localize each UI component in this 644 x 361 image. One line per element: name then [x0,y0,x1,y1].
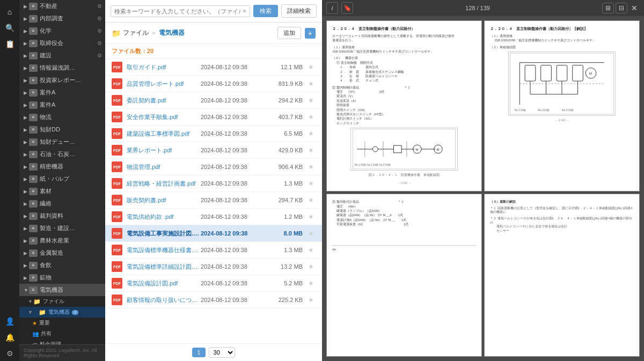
folder-icon: ≡ [29,249,38,257]
search-clear-btn[interactable]: × [243,8,246,15]
file-star[interactable]: ★ [306,246,316,254]
sidebar-item-inshoku[interactable]: ▶ ≡ 食飲 [19,259,105,271]
per-page-select[interactable]: 30 50 100 [209,347,235,358]
user-icon-btn[interactable]: 👤 [2,314,17,329]
sidebar-sub-tag[interactable]: 🏷 料金管理… [19,339,105,344]
arrow-icon: ▶ [24,238,29,244]
sidebar-item-norin[interactable]: ▶ ≡ 農林水産業 [19,234,105,247]
table-row[interactable]: PDF電気設備設計図.pdf2024-08-12 09:385.2 MB★ [105,275,322,292]
file-star[interactable]: ★ [306,279,316,287]
table-row[interactable]: PDF販売契約書.pdf2024-08-12 09:38294.7 KB★ [105,192,322,209]
sidebar-item-kinzoku[interactable]: ▶ ≡ 金属製造 [19,247,105,259]
page-1-button[interactable]: 1 [192,348,205,357]
sidebar-item-toushi[interactable]: ▶ ≡ 投資家レポー… [19,74,105,86]
sidebar-item-kobutsu[interactable]: ▶ ≡ 鉱物 [19,271,105,284]
svg-rect-20 [541,65,552,81]
table-row[interactable]: PDF品質管理レポート.pdf2024-08-12 09:38831.9 KB★ [105,76,322,92]
sidebar-item-saiban[interactable]: ▶ ≡ 裁判資料 [19,210,105,222]
sidebar-item-fudosan[interactable]: ▶ ≡ 不動産 ⚙ [19,0,105,12]
table-row[interactable]: PDF電気設備標準詳細設計図.pdf2024-08-12 09:3813.2 M… [105,259,322,275]
add-plus-button[interactable]: + [305,28,316,39]
table-row[interactable]: PDF建築設備工事標準図.pdf2024-08-12 09:386.5 MB★ [105,126,322,142]
sidebar-item-jouhou[interactable]: ▶ ≡ 情報漏洩調… [19,62,105,74]
file-star[interactable]: ★ [306,130,316,137]
table-row[interactable]: PDF電気供給約款 .pdf2024-08-12 09:381.2 MB★ [105,209,322,225]
sidebar-item-kensetsu[interactable]: ▶ ≡ 建設 ⚙ [19,49,105,62]
arrow-icon: ▶ [24,164,29,170]
pdf-close-btn[interactable]: ✕ [629,3,640,13]
table-row[interactable]: PDF安全作業手順集.pdf2024-08-12 09:38403.7 KB★ [105,109,322,126]
sidebar-item-label: 建設 [40,51,96,60]
sidebar-item-butsuryu[interactable]: ▶ ≡ 物流 [19,111,105,123]
sidebar-item-sekiyu[interactable]: ▶ ≡ 石油・石炭… [19,148,105,160]
gear-icon: ⚙ [97,16,102,21]
pdf-icon: PDF [112,112,122,122]
pdf-icon: PDF [112,178,122,189]
file-star[interactable]: ★ [306,180,316,187]
bookmark-icon-btn[interactable]: 🔖 [341,2,353,14]
sidebar-item-kagaku[interactable]: ▶ ≡ 化学 ⚙ [19,25,105,37]
bell-icon-btn[interactable]: 🔔 [2,330,17,345]
settings-icon-btn[interactable]: ⚙ [2,346,17,361]
search-icon-btn[interactable]: 🔍 [2,20,17,35]
sidebar-item-label: 情報漏洩調… [40,64,102,72]
sidebar-sub-section: ▼ 📁 ファイル ▼ 📁 電気機器 ! ★ 重要 👥 共有 🏷 料金管理… [19,296,105,344]
sidebar-item-label: 精密機器 [40,163,102,171]
sidebar-item-anken2[interactable]: ▶ ≡ 案件A [19,99,105,111]
search-input[interactable] [114,8,240,14]
file-star[interactable]: ★ [306,163,316,171]
pdf-view-grid-btn[interactable]: ⊞ [602,3,614,13]
sidebar-item-torishimariyakukai[interactable]: ▶ ≡ 取締役会 ⚙ [19,37,105,49]
file-star[interactable]: ★ [306,213,316,220]
file-star[interactable]: ★ [306,63,316,71]
pdf-page-content-bottom-right: （３）遮断の解説 ＊１ 回路遮断機の注意として（型式名を確定し、図に示す図2．２… [485,194,639,356]
pdf-view-split-btn[interactable]: ⊟ [616,3,627,13]
file-name: 物流管理.pdf [127,163,201,171]
sidebar-item-label: 知財デュー… [40,138,102,146]
sidebar-item-chizaidue[interactable]: ▶ ≡ 知財デュー… [19,136,105,148]
file-star[interactable]: ★ [306,196,316,204]
file-star[interactable]: ★ [306,263,316,270]
file-star[interactable]: ★ [306,146,316,154]
sidebar-item-naibu[interactable]: ▶ ≡ 内部調査 ⚙ [19,12,105,25]
sidebar-sub-denki[interactable]: ▼ 📁 電気機器 ! [19,307,105,318]
table-row[interactable]: PDF取引ガイド.pdf2024-08-12 09:3812.1 MB★ [105,59,322,76]
sidebar-item-anken1[interactable]: ▶ ≡ 案件A [19,86,105,99]
sidebar-item-label: 案件A [40,101,102,109]
sidebar-sub-shared[interactable]: 👥 共有 [19,328,105,339]
table-row[interactable]: PDF電気設備標準機器仕様書.pdf2024-08-12 09:381.3 MB… [105,242,322,259]
pdf-pages: ２．２０．４ 直立制御盤操作書（動力回路付） ロータリースレート式回路遮断機の操… [322,16,644,361]
search-button[interactable]: 検索 [253,5,278,17]
sidebar-item-seni[interactable]: ▶ ≡ 繊維 [19,197,105,210]
file-star[interactable]: ★ [306,97,316,104]
sidebar-item-kami[interactable]: ▶ ≡ 紙・パルプ [19,173,105,185]
home-icon-btn[interactable]: ⌂ [2,4,17,19]
file-star[interactable]: ★ [306,80,316,87]
sidebar-item-seimitsu[interactable]: ▶ ≡ 精密機器 [19,160,105,173]
table-row[interactable]: PDF業界レポート.pdf2024-08-12 09:38429.0 KB★ [105,142,322,159]
sidebar-sub-starred[interactable]: ★ 重要 [19,318,105,328]
gear-icon: ⚙ [97,53,102,58]
notes-icon-btn[interactable]: 📋 [2,36,17,51]
table-row[interactable]: PDF顧客情報の取り扱いについて.pdf2024-08-12 09:38225.… [105,292,322,308]
file-size: 403.7 KB [265,114,303,120]
sidebar-item-seizo[interactable]: ▶ ≡ 製造・建設… [19,222,105,234]
pdf-bottom-note1: ＊１ 回路遮断機の注意として（型式名を確定し、図に示す図2．２－４－１単線配線図… [490,207,634,215]
sidebar-sub-file[interactable]: ▼ 📁 ファイル [19,296,105,307]
breadcrumb-folder[interactable]: ファイル [123,28,149,38]
sidebar-item-label: 繊維 [40,200,102,208]
sidebar-item-sozai[interactable]: ▶ ≡ 素材 [19,185,105,197]
file-star[interactable]: ★ [306,296,316,304]
add-button[interactable]: 追加 [277,27,301,39]
file-star[interactable]: ★ [306,230,316,237]
table-row[interactable]: PDF電気設備工事実施設計図.pdf2024-08-12 09:388.0 MB… [105,225,322,242]
table-row[interactable]: PDF経営戦略・経営計画書.pdf2024-08-12 09:381.3 MB★ [105,175,322,192]
info-icon-btn[interactable]: i [326,2,338,14]
pagination: 1 30 50 100 [105,343,322,361]
table-row[interactable]: PDF委託契約書.pdf2024-08-12 09:38294.2 KB★ [105,92,322,109]
sidebar-item-chizai[interactable]: ▶ ≡ 知財DD [19,123,105,136]
file-star[interactable]: ★ [306,113,316,121]
sidebar-item-denkikiki[interactable]: ▼ ≡ 電気機器 [19,284,105,296]
detail-search-button[interactable]: 詳細検索 [281,4,317,18]
table-row[interactable]: PDF物流管理.pdf2024-08-12 09:38906.4 KB★ [105,159,322,175]
